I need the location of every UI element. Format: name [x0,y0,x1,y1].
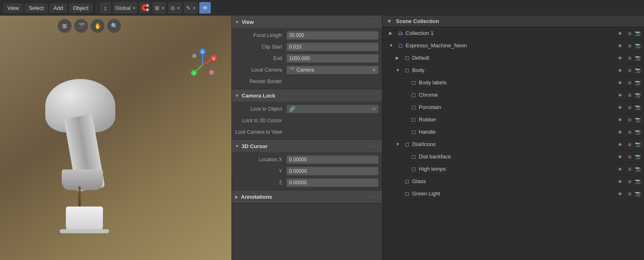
transform-mode-dropdown[interactable]: Global ▾ [113,2,138,14]
handle-viewport-icon[interactable]: 🖥 [625,128,633,136]
outliner-item-bodylabels[interactable]: ◻ Body labels ▶ 🖥 📷 [383,77,644,89]
camera-lock-header[interactable]: ▼ Camera Lock [232,89,382,102]
end-input[interactable] [289,56,376,61]
glass-render-icon[interactable]: 📷 [634,178,642,185]
menu-select[interactable]: Select [25,3,48,13]
outliner-item-handle[interactable]: ◻ Handle ▶ 🖥 📷 [383,126,644,138]
outliner-item-chrome[interactable]: ◻ Chrome ▶ 🖥 📷 [383,89,644,101]
viewport-tool-grid[interactable]: ⊞ [58,19,72,33]
dialicons-restrict-icon[interactable]: ▶ [617,141,624,148]
outliner-item-dialbackface[interactable]: ◻ Dial backface ▶ 🖥 📷 [383,151,644,163]
annotations-options-icon[interactable]: ··· [371,193,379,200]
location-x-input[interactable] [289,157,376,162]
proportional-edit[interactable]: ⊙ ▾ [168,2,182,14]
default-restrict-icon[interactable]: ▶ [617,54,624,62]
annotation-tool[interactable]: ✎ ▾ [184,2,198,14]
location-y-input[interactable] [289,168,376,174]
lock-camera-view-toggle[interactable] [286,128,295,137]
dialicons-viewport-icon[interactable]: 🖥 [625,141,633,148]
dialbackface-viewport-icon[interactable]: 🖥 [625,153,633,160]
body-render-icon[interactable]: 📷 [634,67,642,74]
active-tool-icon[interactable]: 👁 [199,2,211,14]
collection1-render-icon[interactable]: 📷 [634,30,642,37]
default-render-icon[interactable]: 📷 [634,54,642,62]
lock-to-object-field[interactable]: 🔗 ✑ [286,104,379,114]
hightemps-render-icon[interactable]: 📷 [634,165,642,173]
scene-outliner[interactable]: ▼ Scene Collection ▶ 🗂 Collection 1 ▶ 🖥 … [382,16,644,260]
collection1-viewport-icon[interactable]: 🖥 [625,30,633,37]
menu-add[interactable]: Add [49,3,67,13]
outliner-item-rubber[interactable]: ◻ Rubber ▶ 🖥 📷 [383,114,644,126]
menu-object[interactable]: Object [69,3,93,13]
snap-options[interactable]: ⊞ ▾ [152,2,166,14]
viewport-tool-zoom[interactable]: 🔍 [107,19,121,33]
greenlight-restrict-icon[interactable]: ▶ [617,190,624,197]
cursor-options-icon[interactable]: ··· [371,142,379,150]
espresso-render-icon[interactable]: 📷 [634,42,642,49]
annotations-section-header[interactable]: ▶ Annotations ··· [232,190,382,203]
rubber-restrict-icon[interactable]: ▶ [617,116,624,123]
espresso-restrict-icon[interactable]: ▶ [617,42,624,49]
axis-gizmo[interactable]: Z X Y [186,49,219,81]
dialbackface-restrict-icon[interactable]: ▶ [617,153,624,160]
outliner-item-greenlight[interactable]: ◻ Green Light ▶ 🖥 📷 [383,188,644,200]
rubber-viewport-icon[interactable]: 🖥 [625,116,633,123]
view-section-header[interactable]: ▼ View ··· [232,16,382,28]
porcelain-viewport-icon[interactable]: 🖥 [625,104,633,111]
chrome-viewport-icon[interactable]: 🖥 [625,91,633,99]
handle-restrict-icon[interactable]: ▶ [617,128,624,136]
viewport-tool-camera[interactable]: 🎬 [74,19,88,33]
chrome-render-icon[interactable]: 📷 [634,91,642,99]
glass-restrict-icon[interactable]: ▶ [617,178,624,185]
outliner-item-hightemps[interactable]: ◻ High temps ▶ 🖥 📷 [383,163,644,175]
default-viewport-icon[interactable]: 🖥 [625,54,633,62]
location-z-field[interactable] [286,178,379,187]
greenlight-viewport-icon[interactable]: 🖥 [625,190,633,197]
end-field[interactable] [286,54,379,63]
viewport-tool-pan[interactable]: ✋ [91,19,105,33]
clip-start-field[interactable] [286,42,379,51]
eyedropper-icon[interactable]: ✑ [372,106,376,112]
lock-3d-cursor-toggle[interactable] [286,116,295,125]
chrome-restrict-icon[interactable]: ▶ [617,91,624,99]
porcelain-restrict-icon[interactable]: ▶ [617,104,624,111]
camera-field[interactable]: 🎬 Camera ✕ [286,65,379,74]
dialicons-render-icon[interactable]: 📷 [634,141,642,148]
focal-length-input[interactable] [289,32,376,38]
clip-start-input[interactable] [289,44,376,50]
cursor-section-header[interactable]: ▼ 3D Cursor ··· [232,140,382,152]
location-z-input[interactable] [289,180,376,186]
collection1-restrict-icon[interactable]: ▶ [617,30,624,37]
camera-clear-button[interactable]: ✕ [372,67,376,73]
dialbackface-render-icon[interactable]: 📷 [634,153,642,160]
view-options-icon[interactable]: ··· [371,18,379,26]
outliner-item-glass[interactable]: ◻ Glass ▶ 🖥 📷 [383,175,644,188]
body-viewport-icon[interactable]: 🖥 [625,67,633,74]
transform-icon[interactable]: ↕ [100,2,111,14]
outliner-item-collection1[interactable]: ▶ 🗂 Collection 1 ▶ 🖥 📷 [383,27,644,39]
outliner-item-dialicons[interactable]: ▼ ◻ Dial/Icons ▶ 🖥 📷 [383,138,644,151]
location-y-field[interactable] [286,167,379,176]
outliner-item-default[interactable]: ▶ ◻ Default ▶ 🖥 📷 [383,52,644,64]
focal-length-field[interactable] [286,31,379,40]
outliner-item-body[interactable]: ▼ ◻ Body ▶ 🖥 📷 [383,64,644,77]
outliner-item-porcelain[interactable]: ◻ Porcelain ▶ 🖥 📷 [383,101,644,114]
render-border-toggle[interactable] [286,77,295,86]
espresso-viewport-icon[interactable]: 🖥 [625,42,633,49]
body-restrict-icon[interactable]: ▶ [617,67,624,74]
bodylabels-restrict-icon[interactable]: ▶ [617,79,624,86]
hightemps-viewport-icon[interactable]: 🖥 [625,165,633,173]
location-x-field[interactable] [286,155,379,164]
porcelain-render-icon[interactable]: 📷 [634,104,642,111]
menu-view[interactable]: View [3,3,23,13]
hightemps-restrict-icon[interactable]: ▶ [617,165,624,173]
outliner-item-espresso[interactable]: ▼ ◻ Espresso_Machine_Neon ▶ 🖥 📷 [383,39,644,52]
snap-icon[interactable]: 🧲 [139,2,151,14]
greenlight-render-icon[interactable]: 📷 [634,190,642,197]
bodylabels-render-icon[interactable]: 📷 [634,79,642,86]
rubber-render-icon[interactable]: 📷 [634,116,642,123]
viewport-3d[interactable]: ⊞ 🎬 ✋ 🔍 Z X Y [0,16,231,260]
handle-render-icon[interactable]: 📷 [634,128,642,136]
glass-viewport-icon[interactable]: 🖥 [625,178,633,185]
bodylabels-viewport-icon[interactable]: 🖥 [625,79,633,86]
